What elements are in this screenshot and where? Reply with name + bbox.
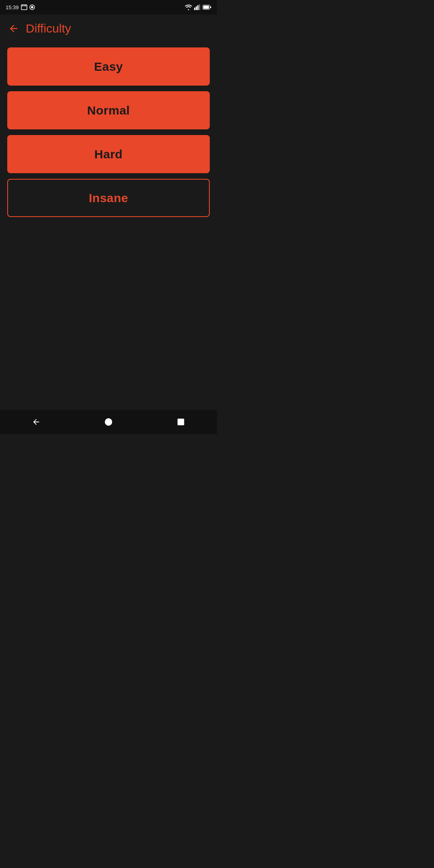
nav-recent-button[interactable] <box>164 414 197 430</box>
status-bar: 15:39 <box>0 0 217 14</box>
sd-card-icon <box>21 4 27 10</box>
insane-button[interactable]: Insane <box>7 179 210 217</box>
status-right <box>185 4 211 10</box>
signal-icon <box>194 4 201 10</box>
top-bar: Difficulty <box>0 14 217 43</box>
easy-button[interactable]: Easy <box>7 47 210 86</box>
status-left: 15:39 <box>6 4 35 10</box>
svg-point-13 <box>105 418 112 426</box>
svg-rect-3 <box>25 5 26 6</box>
svg-rect-9 <box>199 4 200 10</box>
wifi-icon <box>185 4 192 10</box>
svg-rect-12 <box>210 6 211 8</box>
content-spacer <box>7 223 210 405</box>
svg-rect-2 <box>24 5 25 6</box>
nav-bar <box>0 410 217 434</box>
svg-rect-14 <box>178 419 184 426</box>
content-area: Easy Normal Hard Insane <box>0 43 217 410</box>
svg-rect-6 <box>194 8 195 10</box>
status-time: 15:39 <box>6 4 19 10</box>
hard-button[interactable]: Hard <box>7 135 210 173</box>
svg-rect-1 <box>22 5 23 6</box>
nav-home-button[interactable] <box>92 414 125 430</box>
battery-icon <box>203 5 211 10</box>
app-icon <box>29 4 35 10</box>
nav-back-button[interactable] <box>20 414 53 430</box>
svg-rect-8 <box>197 5 199 10</box>
normal-button[interactable]: Normal <box>7 91 210 129</box>
svg-rect-11 <box>203 6 209 9</box>
svg-point-5 <box>31 6 33 8</box>
page-title: Difficulty <box>26 22 71 35</box>
svg-rect-7 <box>196 6 197 10</box>
back-button[interactable] <box>8 23 19 34</box>
